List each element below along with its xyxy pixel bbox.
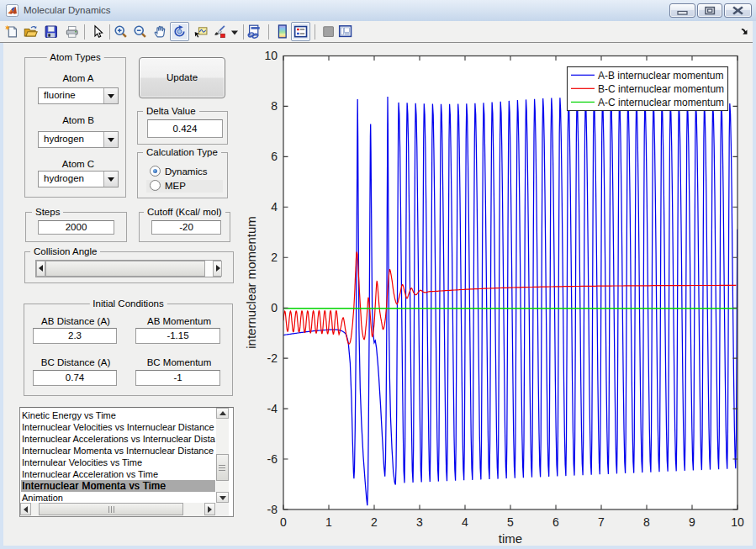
svg-text:-4: -4 [267, 402, 278, 415]
svg-text:time: time [499, 531, 522, 546]
svg-text:10: 10 [731, 515, 744, 529]
svg-text:3: 3 [416, 515, 423, 529]
svg-text:8: 8 [643, 515, 650, 529]
svg-text:2: 2 [371, 515, 378, 529]
svg-text:9: 9 [689, 515, 695, 529]
svg-text:A-B internuclear momentum: A-B internuclear momentum [598, 70, 723, 82]
svg-text:internuclear momentum: internuclear momentum [244, 216, 258, 349]
svg-text:8: 8 [271, 99, 278, 113]
svg-text:6: 6 [271, 150, 278, 163]
svg-text:2: 2 [271, 251, 278, 264]
svg-text:10: 10 [264, 49, 278, 62]
svg-text:0: 0 [271, 301, 278, 314]
svg-text:A-C internuclear momentum: A-C internuclear momentum [598, 97, 724, 108]
svg-text:-2: -2 [267, 351, 278, 365]
svg-text:1: 1 [325, 515, 332, 529]
svg-text:0: 0 [280, 515, 287, 529]
svg-text:-6: -6 [267, 452, 278, 466]
svg-text:4: 4 [462, 515, 468, 529]
svg-text:4: 4 [271, 200, 278, 214]
svg-text:B-C internuclear momentum: B-C internuclear momentum [598, 83, 724, 95]
svg-text:7: 7 [598, 515, 605, 529]
svg-text:-8: -8 [267, 503, 278, 516]
svg-text:6: 6 [552, 515, 559, 529]
svg-text:5: 5 [507, 515, 514, 529]
